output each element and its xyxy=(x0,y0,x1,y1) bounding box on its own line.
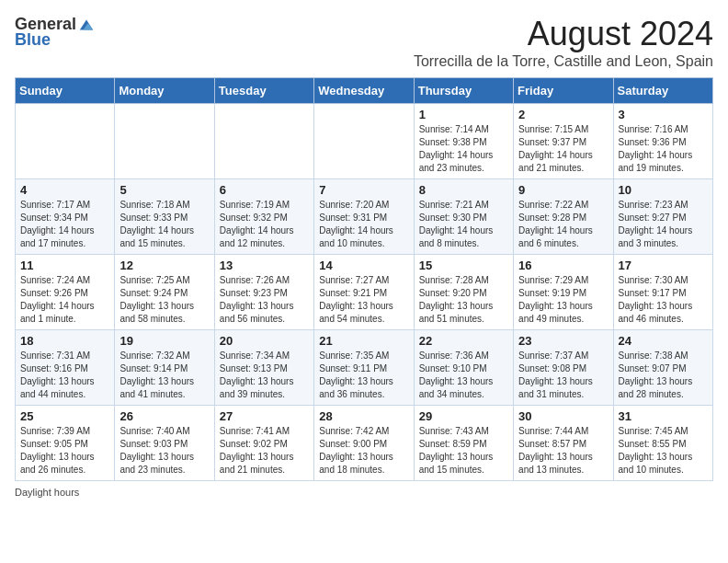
logo-icon xyxy=(78,17,95,33)
title-block: August 2024 Torrecilla de la Torre, Cast… xyxy=(414,15,713,70)
day-info: Sunrise: 7:18 AM Sunset: 9:33 PM Dayligh… xyxy=(119,199,209,250)
calendar-week-row: 18Sunrise: 7:31 AM Sunset: 9:16 PM Dayli… xyxy=(16,330,713,406)
day-number: 26 xyxy=(119,409,209,423)
calendar-cell: 13Sunrise: 7:26 AM Sunset: 9:23 PM Dayli… xyxy=(214,255,313,330)
day-number: 14 xyxy=(319,259,408,272)
calendar-cell: 7Sunrise: 7:20 AM Sunset: 9:31 PM Daylig… xyxy=(314,179,414,255)
calendar-cell xyxy=(115,104,214,179)
day-info: Sunrise: 7:41 AM Sunset: 9:02 PM Dayligh… xyxy=(220,425,309,477)
calendar-header-cell: Tuesday xyxy=(214,78,313,104)
calendar-cell: 29Sunrise: 7:43 AM Sunset: 8:59 PM Dayli… xyxy=(414,406,513,481)
calendar-cell: 12Sunrise: 7:25 AM Sunset: 9:24 PM Dayli… xyxy=(115,255,214,330)
day-number: 12 xyxy=(119,259,209,272)
day-number: 4 xyxy=(20,183,109,197)
day-info: Sunrise: 7:28 AM Sunset: 9:20 PM Dayligh… xyxy=(419,274,508,326)
calendar-header-cell: Friday xyxy=(514,78,613,104)
calendar-cell: 31Sunrise: 7:45 AM Sunset: 8:55 PM Dayli… xyxy=(613,406,712,481)
calendar-header-cell: Saturday xyxy=(613,78,712,104)
calendar-cell: 4Sunrise: 7:17 AM Sunset: 9:34 PM Daylig… xyxy=(16,179,115,255)
day-info: Sunrise: 7:26 AM Sunset: 9:23 PM Dayligh… xyxy=(220,274,309,326)
day-info: Sunrise: 7:22 AM Sunset: 9:28 PM Dayligh… xyxy=(518,199,608,250)
day-info: Sunrise: 7:30 AM Sunset: 9:17 PM Dayligh… xyxy=(619,274,708,326)
day-number: 8 xyxy=(419,183,508,197)
day-info: Sunrise: 7:44 AM Sunset: 8:57 PM Dayligh… xyxy=(518,425,608,477)
day-number: 3 xyxy=(619,108,708,121)
day-number: 17 xyxy=(619,259,708,272)
day-number: 9 xyxy=(518,183,608,197)
calendar-cell: 20Sunrise: 7:34 AM Sunset: 9:13 PM Dayli… xyxy=(214,330,313,406)
day-info: Sunrise: 7:35 AM Sunset: 9:11 PM Dayligh… xyxy=(319,350,408,401)
logo-text-blue: Blue xyxy=(15,30,51,50)
day-number: 20 xyxy=(220,334,309,348)
day-info: Sunrise: 7:17 AM Sunset: 9:34 PM Dayligh… xyxy=(20,199,109,250)
subtitle: Torrecilla de la Torre, Castille and Leo… xyxy=(414,53,713,70)
day-info: Sunrise: 7:39 AM Sunset: 9:05 PM Dayligh… xyxy=(20,425,109,477)
day-number: 5 xyxy=(119,183,209,197)
day-info: Sunrise: 7:37 AM Sunset: 9:08 PM Dayligh… xyxy=(518,350,608,401)
calendar-cell xyxy=(214,104,313,179)
day-info: Sunrise: 7:27 AM Sunset: 9:21 PM Dayligh… xyxy=(319,274,408,326)
day-info: Sunrise: 7:43 AM Sunset: 8:59 PM Dayligh… xyxy=(419,425,508,477)
day-info: Sunrise: 7:15 AM Sunset: 9:37 PM Dayligh… xyxy=(518,123,608,175)
day-number: 11 xyxy=(20,259,109,272)
day-info: Sunrise: 7:29 AM Sunset: 9:19 PM Dayligh… xyxy=(518,274,608,326)
calendar-header-row: SundayMondayTuesdayWednesdayThursdayFrid… xyxy=(16,78,713,104)
day-number: 1 xyxy=(419,108,508,121)
day-number: 18 xyxy=(20,334,109,348)
day-number: 30 xyxy=(518,409,608,423)
page-header: General Blue August 2024 Torrecilla de l… xyxy=(15,15,713,70)
calendar-cell: 24Sunrise: 7:38 AM Sunset: 9:07 PM Dayli… xyxy=(613,330,712,406)
day-number: 10 xyxy=(619,183,708,197)
calendar-cell: 6Sunrise: 7:19 AM Sunset: 9:32 PM Daylig… xyxy=(214,179,313,255)
day-info: Sunrise: 7:16 AM Sunset: 9:36 PM Dayligh… xyxy=(619,123,708,175)
day-info: Sunrise: 7:20 AM Sunset: 9:31 PM Dayligh… xyxy=(319,199,408,250)
day-info: Sunrise: 7:42 AM Sunset: 9:00 PM Dayligh… xyxy=(319,425,408,477)
calendar-week-row: 4Sunrise: 7:17 AM Sunset: 9:34 PM Daylig… xyxy=(16,179,713,255)
calendar-cell: 19Sunrise: 7:32 AM Sunset: 9:14 PM Dayli… xyxy=(115,330,214,406)
calendar-header-cell: Wednesday xyxy=(314,78,414,104)
calendar-cell: 1Sunrise: 7:14 AM Sunset: 9:38 PM Daylig… xyxy=(414,104,513,179)
calendar-week-row: 11Sunrise: 7:24 AM Sunset: 9:26 PM Dayli… xyxy=(16,255,713,330)
calendar-cell: 30Sunrise: 7:44 AM Sunset: 8:57 PM Dayli… xyxy=(514,406,613,481)
calendar-cell: 11Sunrise: 7:24 AM Sunset: 9:26 PM Dayli… xyxy=(16,255,115,330)
calendar-cell: 18Sunrise: 7:31 AM Sunset: 9:16 PM Dayli… xyxy=(16,330,115,406)
calendar-cell: 22Sunrise: 7:36 AM Sunset: 9:10 PM Dayli… xyxy=(414,330,513,406)
day-number: 19 xyxy=(119,334,209,348)
day-number: 31 xyxy=(619,409,708,423)
calendar-cell: 8Sunrise: 7:21 AM Sunset: 9:30 PM Daylig… xyxy=(414,179,513,255)
calendar-cell: 15Sunrise: 7:28 AM Sunset: 9:20 PM Dayli… xyxy=(414,255,513,330)
day-number: 13 xyxy=(220,259,309,272)
day-number: 21 xyxy=(319,334,408,348)
calendar-week-row: 25Sunrise: 7:39 AM Sunset: 9:05 PM Dayli… xyxy=(16,406,713,481)
calendar-cell: 26Sunrise: 7:40 AM Sunset: 9:03 PM Dayli… xyxy=(115,406,214,481)
day-info: Sunrise: 7:36 AM Sunset: 9:10 PM Dayligh… xyxy=(419,350,508,401)
day-number: 2 xyxy=(518,108,608,121)
calendar-cell: 10Sunrise: 7:23 AM Sunset: 9:27 PM Dayli… xyxy=(613,179,712,255)
day-info: Sunrise: 7:31 AM Sunset: 9:16 PM Dayligh… xyxy=(20,350,109,401)
footer-note: Daylight hours xyxy=(15,487,713,498)
calendar-body: 1Sunrise: 7:14 AM Sunset: 9:38 PM Daylig… xyxy=(16,104,713,481)
day-number: 24 xyxy=(619,334,708,348)
calendar-cell: 14Sunrise: 7:27 AM Sunset: 9:21 PM Dayli… xyxy=(314,255,414,330)
main-title: August 2024 xyxy=(414,15,713,53)
calendar-header-cell: Thursday xyxy=(414,78,513,104)
day-info: Sunrise: 7:34 AM Sunset: 9:13 PM Dayligh… xyxy=(220,350,309,401)
calendar: SundayMondayTuesdayWednesdayThursdayFrid… xyxy=(15,77,713,481)
logo: General Blue xyxy=(15,15,95,50)
calendar-cell: 23Sunrise: 7:37 AM Sunset: 9:08 PM Dayli… xyxy=(514,330,613,406)
day-number: 7 xyxy=(319,183,408,197)
day-number: 15 xyxy=(419,259,508,272)
calendar-cell: 3Sunrise: 7:16 AM Sunset: 9:36 PM Daylig… xyxy=(613,104,712,179)
day-number: 6 xyxy=(220,183,309,197)
day-info: Sunrise: 7:21 AM Sunset: 9:30 PM Dayligh… xyxy=(419,199,508,250)
calendar-header-cell: Sunday xyxy=(16,78,115,104)
day-info: Sunrise: 7:14 AM Sunset: 9:38 PM Dayligh… xyxy=(419,123,508,175)
calendar-cell: 5Sunrise: 7:18 AM Sunset: 9:33 PM Daylig… xyxy=(115,179,214,255)
day-number: 29 xyxy=(419,409,508,423)
calendar-cell: 25Sunrise: 7:39 AM Sunset: 9:05 PM Dayli… xyxy=(16,406,115,481)
day-number: 25 xyxy=(20,409,109,423)
calendar-header-cell: Monday xyxy=(115,78,214,104)
day-info: Sunrise: 7:25 AM Sunset: 9:24 PM Dayligh… xyxy=(119,274,209,326)
calendar-cell: 27Sunrise: 7:41 AM Sunset: 9:02 PM Dayli… xyxy=(214,406,313,481)
day-number: 28 xyxy=(319,409,408,423)
